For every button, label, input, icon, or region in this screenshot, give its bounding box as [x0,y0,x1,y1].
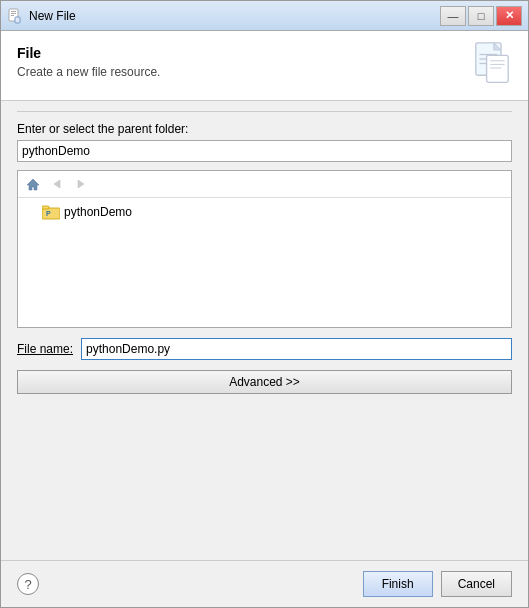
svg-marker-16 [78,180,84,188]
header-file-icon [472,41,512,86]
svg-marker-14 [27,179,39,190]
tree-back-button[interactable] [46,174,68,194]
file-name-row: File name: [17,338,512,360]
body-section: Enter or select the parent folder: [1,101,528,560]
svg-rect-17 [42,208,60,219]
window-controls: — □ ✕ [440,6,522,26]
close-button[interactable]: ✕ [496,6,522,26]
advanced-button[interactable]: Advanced >> [17,370,512,394]
tree-item[interactable]: P pythonDemo [20,202,509,222]
finish-button[interactable]: Finish [363,571,433,597]
tree-body: P pythonDemo [18,198,511,226]
window-title: New File [29,9,440,23]
svg-marker-15 [54,180,60,188]
window-icon [7,8,23,24]
bottom-bar: ? Finish Cancel [1,560,528,607]
tree-item-label: pythonDemo [64,205,132,219]
tree-forward-button[interactable] [70,174,92,194]
header-section: File Create a new file resource. [1,31,528,101]
spacer [17,394,512,550]
separator-top [17,111,512,112]
header-title: File [17,45,160,61]
svg-rect-10 [487,55,509,82]
svg-rect-18 [42,206,49,209]
parent-folder-input[interactable] [17,140,512,162]
maximize-button[interactable]: □ [468,6,494,26]
header-text: File Create a new file resource. [17,45,160,79]
minimize-button[interactable]: — [440,6,466,26]
bottom-buttons: Finish Cancel [363,571,512,597]
svg-rect-1 [11,11,16,12]
dialog-content: File Create a new file resource. Ent [1,31,528,607]
parent-folder-label: Enter or select the parent folder: [17,122,512,136]
title-bar: New File — □ ✕ [1,1,528,31]
file-name-label: File name: [17,342,73,356]
header-subtitle: Create a new file resource. [17,65,160,79]
tree-toolbar [18,171,511,198]
tree-panel: P pythonDemo [17,170,512,328]
svg-rect-3 [11,15,14,16]
tree-home-button[interactable] [22,174,44,194]
svg-rect-2 [11,13,16,14]
svg-rect-4 [15,17,20,23]
cancel-button[interactable]: Cancel [441,571,512,597]
svg-text:P: P [46,210,51,217]
help-button[interactable]: ? [17,573,39,595]
dialog-window: New File — □ ✕ File Create a new file re… [0,0,529,608]
file-name-input[interactable] [81,338,512,360]
python-folder-icon: P [42,204,60,220]
